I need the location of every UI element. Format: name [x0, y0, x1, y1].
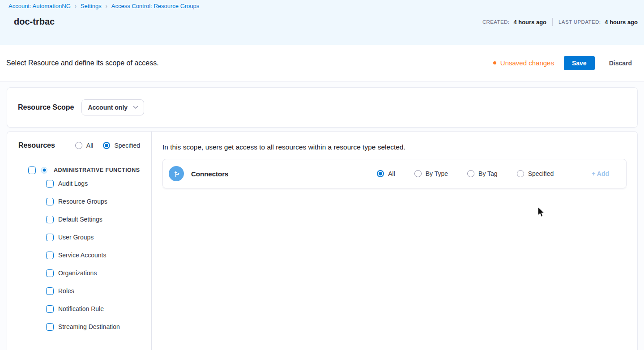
tree-item-label: Organizations [58, 269, 97, 277]
toolbar-actions: Unsaved changes Save Discard [493, 56, 632, 70]
resource-scope-label: Resource Scope [18, 103, 74, 111]
resource-type-tree: ADMINISTRATIVE FUNCTIONS Audit Logs Reso… [7, 166, 151, 336]
meta-divider [552, 18, 553, 26]
tree-item-service-accounts[interactable]: Service Accounts [7, 246, 151, 264]
breadcrumb-separator-icon: › [106, 3, 107, 9]
radio-label: All [86, 142, 94, 149]
radio-label: Specified [114, 142, 140, 149]
radio-option-all[interactable]: All [75, 142, 94, 149]
created-label: CREATED: [482, 19, 510, 25]
radio-selected-icon [103, 142, 110, 149]
tree-item-label: Roles [58, 287, 74, 295]
radio-option-all[interactable]: All [377, 170, 395, 177]
tree-item-label: Notification Rule [58, 305, 104, 312]
radio-icon [414, 170, 422, 177]
radio-option-by-tag[interactable]: By Tag [467, 170, 498, 177]
item-checkbox[interactable] [46, 323, 54, 331]
breadcrumb-resource-groups-link[interactable]: Access Control: Resource Groups [111, 3, 200, 9]
resources-card: Resources All Specified [7, 131, 638, 350]
save-button[interactable]: Save [564, 56, 595, 70]
resource-scope-select[interactable]: Account only [81, 99, 144, 115]
scope-detail-pane: In this scope, users get access to all r… [152, 132, 637, 350]
item-checkbox[interactable] [46, 234, 54, 241]
radio-icon [467, 170, 474, 177]
resources-sidebar: Resources All Specified [7, 132, 152, 350]
tree-item-audit-logs[interactable]: Audit Logs [7, 175, 151, 192]
breadcrumb: Account: AutomationNG › Settings › Acces… [9, 3, 638, 9]
radio-option-specified[interactable]: Specified [103, 142, 140, 149]
tree-item-label: User Groups [58, 234, 94, 241]
page-content: Resource Scope Account only Resources Al… [0, 81, 644, 350]
radio-option-specified[interactable]: Specified [517, 170, 554, 177]
tree-item-organizations[interactable]: Organizations [7, 264, 151, 282]
tree-item-label: Default Settings [58, 216, 102, 223]
unsaved-changes-status: Unsaved changes [493, 59, 554, 67]
connectors-access-radio-group: All By Type By Tag Specified [377, 170, 609, 177]
radio-option-by-type[interactable]: By Type [414, 170, 448, 177]
breadcrumb-separator-icon: › [75, 3, 77, 9]
item-checkbox[interactable] [46, 180, 54, 188]
add-resources-link[interactable]: + Add [592, 170, 609, 177]
unsaved-dot-icon [493, 61, 496, 64]
tree-item-label: Resource Groups [58, 198, 107, 205]
discard-button[interactable]: Discard [609, 60, 632, 67]
radio-label: Specified [528, 170, 554, 177]
connectors-resource-row: Connectors All By Type By Tag [162, 159, 627, 188]
tree-item-resource-groups[interactable]: Resource Groups [7, 192, 151, 210]
scope-note: In this scope, users get access to all r… [162, 143, 627, 151]
tree-item-notification-rule[interactable]: Notification Rule [7, 300, 151, 318]
connector-branch-icon [169, 166, 184, 181]
tree-item-label: Streaming Destination [58, 323, 120, 330]
resources-mode-radio-group: All Specified [75, 142, 140, 149]
breadcrumb-settings-link[interactable]: Settings [81, 3, 102, 9]
tree-item-roles[interactable]: Roles [7, 282, 151, 300]
radio-label: By Type [426, 170, 448, 177]
radio-icon [517, 170, 524, 177]
breadcrumb-account-link[interactable]: Account: AutomationNG [9, 3, 71, 9]
radio-label: All [388, 170, 395, 177]
tree-group-administrative-functions[interactable]: ADMINISTRATIVE FUNCTIONS [7, 166, 151, 175]
created-value: 4 hours ago [513, 19, 546, 26]
page-title: doc-trbac [14, 17, 55, 27]
last-updated-label: LAST UPDATED: [559, 19, 601, 25]
item-checkbox[interactable] [46, 305, 54, 313]
item-checkbox[interactable] [46, 198, 54, 205]
resource-scope-card: Resource Scope Account only [7, 87, 638, 128]
title-row: doc-trbac CREATED: 4 hours ago LAST UPDA… [9, 17, 638, 27]
resource-group-detail-page: Account: AutomationNG › Settings › Acces… [0, 0, 644, 350]
page-header: Account: AutomationNG › Settings › Acces… [0, 0, 644, 45]
timestamps-meta: CREATED: 4 hours ago LAST UPDATED: 4 hou… [482, 18, 638, 27]
chevron-down-icon [133, 106, 138, 109]
action-toolbar: Select Resource and define its scope of … [0, 45, 644, 81]
radio-selected-icon [377, 170, 384, 177]
resources-title: Resources [18, 141, 55, 149]
toolbar-description: Select Resource and define its scope of … [6, 59, 159, 67]
resource-scope-selected-value: Account only [88, 104, 128, 111]
scope-badge-icon [41, 167, 47, 174]
item-checkbox[interactable] [46, 287, 54, 295]
item-checkbox[interactable] [46, 252, 54, 259]
unsaved-changes-label: Unsaved changes [500, 59, 554, 67]
group-label: ADMINISTRATIVE FUNCTIONS [54, 167, 140, 173]
radio-label: By Tag [478, 170, 498, 177]
radio-icon [75, 142, 82, 149]
resource-name: Connectors [191, 170, 228, 178]
group-checkbox[interactable] [28, 166, 36, 174]
tree-item-default-settings[interactable]: Default Settings [7, 210, 151, 228]
item-checkbox[interactable] [46, 216, 54, 223]
tree-item-user-groups[interactable]: User Groups [7, 228, 151, 246]
item-checkbox[interactable] [46, 269, 54, 277]
tree-item-label: Audit Logs [58, 180, 88, 187]
tree-item-label: Service Accounts [58, 252, 106, 259]
resources-sidebar-header: Resources All Specified [7, 141, 151, 149]
last-updated-value: 4 hours ago [605, 19, 638, 26]
tree-item-streaming-destination[interactable]: Streaming Destination [7, 318, 151, 336]
